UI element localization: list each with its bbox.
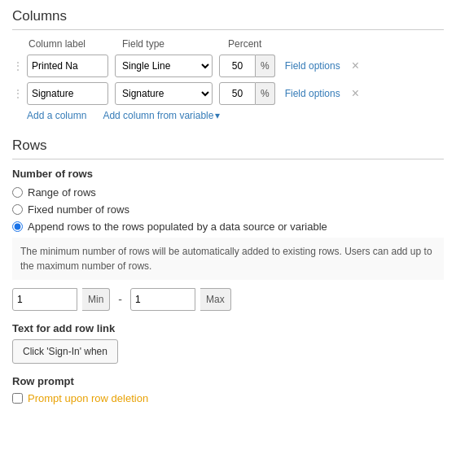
field-options-link-1[interactable]: Field options xyxy=(285,60,340,72)
text-add-row-button[interactable]: Click 'Sign-In' when xyxy=(12,339,118,364)
radio-fixed-row: Fixed number of rows xyxy=(12,203,444,216)
fixed-number-label: Fixed number of rows xyxy=(28,203,129,216)
info-box: The minimum number of rows will be autom… xyxy=(12,238,444,280)
number-of-rows-label: Number of rows xyxy=(12,168,444,180)
percent-input-2[interactable] xyxy=(219,82,256,105)
percent-suffix-1: % xyxy=(256,55,275,77)
range-of-rows-label: Range of rows xyxy=(28,186,96,199)
column-row: ⋮⋮ Single Line Signature Text Number Dat… xyxy=(12,82,444,105)
add-column-link[interactable]: Add a column xyxy=(27,110,86,121)
drag-handle-icon[interactable]: ⋮⋮ xyxy=(12,87,27,100)
columns-title: Columns xyxy=(12,8,444,30)
remove-column-btn-1[interactable]: × xyxy=(349,59,362,73)
radio-range-row: Range of rows xyxy=(12,186,444,199)
rows-section: Rows Number of rows Range of rows Fixed … xyxy=(12,138,444,404)
field-type-header: Field type xyxy=(122,38,228,50)
percent-suffix-2: % xyxy=(256,82,275,105)
add-variable-label: Add column from variable xyxy=(103,110,213,121)
percent-group-2: % xyxy=(219,82,275,105)
column-label-input-2[interactable] xyxy=(27,82,108,105)
row-prompt-checkbox-row: Prompt upon row deletion xyxy=(12,392,444,404)
append-rows-label: Append rows to the rows populated by a d… xyxy=(28,221,327,233)
append-rows-radio[interactable] xyxy=(12,221,23,232)
radio-append-row: Append rows to the rows populated by a d… xyxy=(12,221,444,233)
remove-column-btn-2[interactable]: × xyxy=(349,86,362,101)
percent-input-1[interactable] xyxy=(219,55,256,77)
percent-header: Percent xyxy=(228,38,301,50)
columns-header: Column label Field type Percent xyxy=(12,38,444,50)
min-input[interactable] xyxy=(12,288,77,311)
text-add-row-label: Text for add row link xyxy=(12,322,444,334)
percent-group-1: % xyxy=(219,55,275,77)
chevron-down-icon: ▾ xyxy=(215,110,220,121)
range-of-rows-radio[interactable] xyxy=(12,187,23,198)
drag-handle-icon[interactable]: ⋮⋮ xyxy=(12,59,27,72)
fixed-number-radio[interactable] xyxy=(12,204,23,215)
prompt-deletion-label: Prompt upon row deletion xyxy=(28,392,148,404)
min-max-row: Min - Max xyxy=(12,288,444,311)
column-row: ⋮⋮ Single Line Signature Text Number Dat… xyxy=(12,55,444,77)
field-type-select-1[interactable]: Single Line Signature Text Number Date xyxy=(115,55,213,77)
max-input[interactable] xyxy=(130,288,195,311)
add-variable-link[interactable]: Add column from variable ▾ xyxy=(103,110,220,121)
column-label-header: Column label xyxy=(28,38,122,50)
column-label-input-1[interactable] xyxy=(27,55,108,77)
row-prompt-label: Row prompt xyxy=(12,375,444,387)
rows-title: Rows xyxy=(12,138,444,159)
dash-separator: - xyxy=(118,293,122,306)
field-options-link-2[interactable]: Field options xyxy=(285,88,340,99)
field-type-select-2[interactable]: Single Line Signature Text Number Date xyxy=(115,82,213,105)
min-suffix: Min xyxy=(82,288,110,311)
column-actions: Add a column Add column from variable ▾ xyxy=(12,110,444,121)
prompt-deletion-checkbox[interactable] xyxy=(12,393,23,404)
max-suffix: Max xyxy=(200,288,231,311)
